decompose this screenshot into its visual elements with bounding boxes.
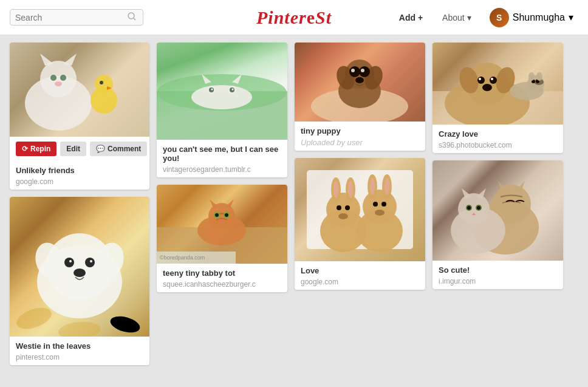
pin-source-unlikely: google.com — [16, 177, 143, 186]
pin-source-tabby: squee.icanhascheezburger.c — [163, 280, 281, 289]
pin-card-puppy[interactable]: tiny puppy Uploaded by user — [295, 43, 425, 151]
svg-point-84 — [479, 78, 481, 80]
comment-button[interactable]: 💬 Comment — [90, 142, 147, 156]
svg-point-82 — [477, 77, 485, 84]
add-button[interactable]: Add + — [393, 9, 429, 26]
svg-point-105 — [477, 206, 480, 210]
pin-title-socute: So cute! — [439, 265, 557, 275]
pin-card-cantseeme[interactable]: you can't see me, but I can see you! vin… — [157, 43, 287, 177]
pin-card-crazylove[interactable]: Crazy love s396.photobucket.com — [432, 43, 563, 153]
svg-point-38 — [208, 203, 235, 230]
pin-title-crazylove: Crazy love — [439, 129, 557, 139]
edit-label: Edit — [66, 145, 80, 153]
svg-line-1 — [134, 18, 135, 20]
svg-marker-5 — [63, 53, 77, 66]
pin-info-puppy: tiny puppy Uploaded by user — [295, 122, 425, 151]
comment-label: Comment — [108, 145, 141, 153]
svg-marker-40 — [225, 199, 234, 208]
svg-point-92 — [528, 72, 535, 81]
svg-point-43 — [215, 213, 219, 217]
svg-point-63 — [333, 181, 338, 198]
svg-point-14 — [109, 313, 142, 335]
svg-point-15 — [58, 320, 101, 337]
pin-title-love: Love — [301, 266, 419, 275]
svg-point-104 — [467, 206, 471, 210]
search-wrapper[interactable] — [10, 9, 143, 26]
svg-point-83 — [490, 77, 497, 84]
svg-point-7 — [60, 75, 66, 81]
content: ⟳ Repin Edit 💬 Comment Unlikely friends … — [0, 35, 588, 372]
pin-image-puppy — [295, 43, 425, 122]
comment-icon: 💬 — [96, 145, 105, 153]
svg-point-64 — [348, 181, 353, 198]
pin-column-1: ⟳ Repin Edit 💬 Comment Unlikely friends … — [10, 43, 149, 365]
pin-source-crazylove: s396.photobucket.com — [439, 141, 557, 149]
pin-actions-unlikely: ⟳ Repin Edit 💬 Comment — [10, 137, 149, 161]
pin-image-crazylove — [432, 43, 563, 125]
pin-title-tabby: teeny tiny tabby tot — [163, 269, 281, 278]
avatar: S — [490, 8, 509, 27]
pin-card-socute[interactable]: So cute! i.imgur.com — [432, 160, 563, 289]
pin-card-unlikely[interactable]: ⟳ Repin Edit 💬 Comment Unlikely friends … — [10, 43, 149, 190]
svg-point-20 — [64, 258, 74, 267]
svg-point-57 — [355, 77, 364, 83]
pin-info-love: Love google.com — [295, 261, 425, 290]
svg-point-8 — [55, 81, 62, 86]
svg-marker-4 — [40, 53, 53, 66]
svg-point-27 — [191, 85, 252, 109]
svg-point-3 — [40, 61, 77, 97]
repin-button[interactable]: ⟳ Repin — [16, 142, 56, 156]
about-button[interactable]: About ▾ — [436, 9, 477, 26]
pin-card-westie[interactable]: Westie in the leaves pinterest.com — [10, 197, 149, 365]
header: PintereSt Add + About ▾ S Shunmugha ▾ — [0, 0, 588, 35]
svg-point-69 — [370, 178, 375, 195]
search-input[interactable] — [15, 13, 128, 22]
logo[interactable]: PintereSt — [256, 7, 332, 28]
user-chevron-icon: ▾ — [569, 12, 573, 23]
svg-point-55 — [351, 69, 355, 72]
pin-info-crazylove: Crazy love s396.photobucket.com — [432, 125, 563, 153]
svg-point-0 — [128, 13, 134, 19]
pin-column-2: you can't see me, but I can see you! vin… — [157, 43, 287, 365]
svg-point-73 — [337, 205, 341, 210]
pin-title-cantseeme: you can't see me, but I can see you! — [163, 145, 281, 163]
add-label: Add + — [399, 13, 423, 22]
pin-info-socute: So cute! i.imgur.com — [432, 261, 563, 289]
svg-point-32 — [211, 89, 213, 91]
svg-point-93 — [536, 72, 542, 81]
pin-info-cantseeme: you can't see me, but I can see you! vin… — [157, 140, 287, 177]
repin-label: Repin — [30, 145, 50, 153]
edit-button[interactable]: Edit — [60, 142, 86, 156]
svg-point-21 — [85, 258, 95, 267]
user-menu[interactable]: S Shunmugha ▾ — [485, 5, 578, 30]
svg-marker-39 — [210, 199, 218, 208]
about-chevron-icon: ▾ — [467, 13, 471, 22]
pin-image-love — [295, 158, 425, 261]
svg-point-56 — [361, 69, 364, 72]
svg-point-76 — [381, 202, 386, 207]
pin-source-cantseeme: vintagerosegarden.tumblr.c — [163, 165, 281, 174]
svg-point-53 — [349, 66, 360, 77]
pin-source-love: google.com — [301, 278, 419, 286]
about-label: About — [442, 13, 465, 22]
svg-point-71 — [338, 213, 348, 219]
pin-card-tabby[interactable]: ©boredpanda.com teeny tiny tabby tot squ… — [157, 185, 287, 292]
svg-point-23 — [90, 260, 92, 262]
svg-point-10 — [95, 75, 113, 93]
pin-info-unlikely: Unlikely friends google.com — [10, 161, 149, 190]
svg-point-13 — [14, 304, 55, 334]
pin-column-4: Crazy love s396.photobucket.com — [432, 43, 563, 365]
pin-column-3: tiny puppy Uploaded by user — [295, 43, 425, 365]
svg-text:©boredpanda.com: ©boredpanda.com — [160, 255, 205, 261]
svg-point-60 — [326, 193, 360, 227]
pin-uploaded-puppy: Uploaded by user — [301, 138, 419, 147]
pin-image-westie — [10, 197, 149, 337]
pin-image-socute — [432, 160, 563, 261]
search-icon — [128, 12, 136, 22]
svg-point-74 — [345, 205, 350, 210]
svg-point-22 — [69, 260, 72, 262]
svg-point-72 — [375, 210, 385, 216]
repin-icon: ⟳ — [22, 145, 28, 153]
pin-card-love[interactable]: Love google.com — [295, 158, 425, 290]
svg-point-24 — [74, 269, 86, 277]
